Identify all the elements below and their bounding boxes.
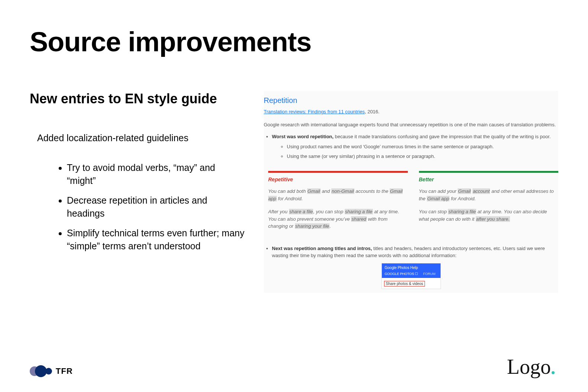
comparison-table: Repetitive You can add both Gmail and no… <box>268 171 558 236</box>
logo-text: Logo <box>507 355 551 378</box>
help-tab: FORUM <box>423 272 435 276</box>
example-text: You can add both Gmail and non-Gmail acc… <box>268 188 408 202</box>
tfr-mark-icon <box>30 365 52 377</box>
finding-strong: Worst was word repetition, <box>272 134 334 139</box>
col-label-repetitive: Repetitive <box>268 176 408 182</box>
columns: New entries to EN style guide Added loca… <box>30 91 558 293</box>
help-tab: GOOGLE PHOTOS ☐ <box>385 272 418 276</box>
bullet-item: Try to avoid modal verbs, “may” and “mig… <box>67 161 253 187</box>
col-label-better: Better <box>419 176 559 182</box>
intro-line: Added localization-related guidelines <box>37 133 253 143</box>
example-text: After you share a file, you can stop sha… <box>268 208 408 230</box>
panel-findings: Worst was word repetition, because it ma… <box>272 133 558 160</box>
slide-title: Source improvements <box>30 26 558 58</box>
example-text: You can add your Gmail account and other… <box>419 188 559 202</box>
finding-item: Worst was word repetition, because it ma… <box>272 133 558 160</box>
panel-paragraph: Google research with international langu… <box>264 121 558 129</box>
bullet-item: Simplify technical terms even further; m… <box>67 227 253 253</box>
slide: Source improvements New entries to EN st… <box>0 0 588 392</box>
sub-item: Using product names and the word ‘Google… <box>287 143 558 150</box>
help-preview-body: Share photos & videos <box>382 278 441 289</box>
script-logo: Logo <box>507 356 551 377</box>
help-preview-tabs: GOOGLE PHOTOS ☐ FORUM <box>382 271 441 278</box>
logo-dot-icon <box>552 371 555 374</box>
style-guide-panel: Repetition Translation reviews: Findings… <box>264 91 558 293</box>
bar-red <box>268 171 408 173</box>
bullet-item: Decrease repetition in articles and head… <box>67 194 253 220</box>
compare-col-better: Better You can add your Gmail account an… <box>419 171 559 236</box>
panel-findings-2: Next was repetition among titles and int… <box>272 245 558 259</box>
boxed-link: Share photos & videos <box>384 281 425 286</box>
bar-green <box>419 171 559 173</box>
panel-heading: Repetition <box>264 96 558 105</box>
tfr-logo: TFR <box>30 365 73 377</box>
citation-link[interactable]: Translation reviews: Findings from 11 co… <box>264 109 365 114</box>
sub-list: Using product names and the word ‘Google… <box>287 143 558 160</box>
compare-col-repetitive: Repetitive You can add both Gmail and no… <box>268 171 408 236</box>
finding-strong: Next was repetition among titles and int… <box>272 246 372 251</box>
panel-citation: Translation reviews: Findings from 11 co… <box>264 108 558 114</box>
finding-rest: because it made translations confusing a… <box>334 134 551 139</box>
example-text: You can stop sharing a file at any time.… <box>419 208 559 223</box>
finding-item: Next was repetition among titles and int… <box>272 245 558 259</box>
left-column: New entries to EN style guide Added loca… <box>30 91 253 293</box>
slide-footer: TFR Logo <box>30 356 551 377</box>
sub-item: Using the same (or very similar) phrasin… <box>287 153 558 160</box>
citation-year: , 2016. <box>365 109 380 114</box>
section-subheading: New entries to EN style guide <box>30 91 253 107</box>
help-center-preview: Google Photos Help GOOGLE PHOTOS ☐ FORUM… <box>381 263 441 289</box>
tfr-text: TFR <box>56 366 73 376</box>
help-preview-header: Google Photos Help <box>382 263 441 271</box>
bullet-list: Try to avoid modal verbs, “may” and “mig… <box>67 161 253 253</box>
